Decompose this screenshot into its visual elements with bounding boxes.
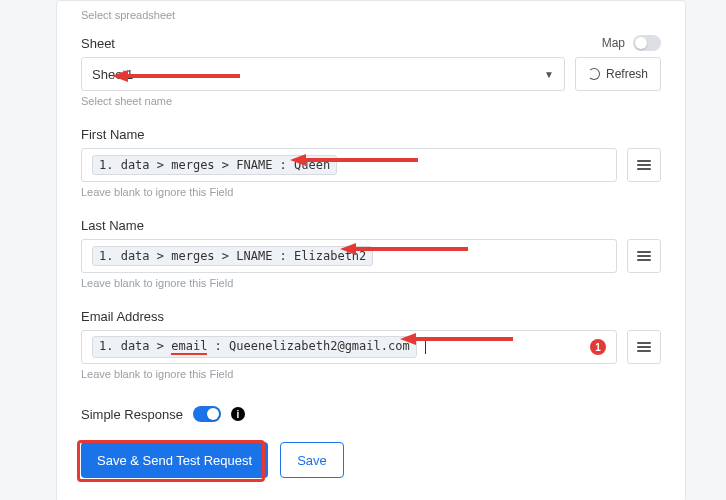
text-cursor — [425, 340, 426, 354]
simple-response-label: Simple Response — [81, 407, 183, 422]
menu-icon — [637, 342, 651, 352]
last-name-label: Last Name — [81, 218, 661, 233]
email-field[interactable]: 1. data > email : Queenelizabeth2@gmail.… — [81, 330, 617, 364]
sheet-label: Sheet — [81, 36, 115, 51]
first-name-tag: 1. data > merges > FNAME : Queen — [92, 155, 337, 175]
refresh-label: Refresh — [606, 67, 648, 81]
first-name-row: 1. data > merges > FNAME : Queen — [81, 148, 661, 182]
email-tag: 1. data > email : Queenelizabeth2@gmail.… — [92, 336, 417, 358]
map-toggle-group: Map — [602, 35, 661, 51]
last-name-field[interactable]: 1. data > merges > LNAME : Elizabeth2 — [81, 239, 617, 273]
spreadsheet-helper: Select spreadsheet — [81, 9, 661, 21]
menu-icon — [637, 160, 651, 170]
email-menu-button[interactable] — [627, 330, 661, 364]
map-label: Map — [602, 36, 625, 50]
email-row: 1. data > email : Queenelizabeth2@gmail.… — [81, 330, 661, 364]
first-name-helper: Leave blank to ignore this Field — [81, 186, 661, 198]
sheet-select-value: Sheet1 — [92, 67, 133, 82]
menu-icon — [637, 251, 651, 261]
last-name-row: 1. data > merges > LNAME : Elizabeth2 — [81, 239, 661, 273]
sheet-helper: Select sheet name — [81, 95, 661, 107]
refresh-button[interactable]: Refresh — [575, 57, 661, 91]
form-panel: Select spreadsheet Sheet Map Sheet1 ▼ Re… — [56, 0, 686, 500]
email-error-badge: 1 — [590, 339, 606, 355]
first-name-field[interactable]: 1. data > merges > FNAME : Queen — [81, 148, 617, 182]
button-row: Save & Send Test Request Save — [81, 442, 661, 478]
info-icon[interactable]: i — [231, 407, 245, 421]
last-name-helper: Leave blank to ignore this Field — [81, 277, 661, 289]
save-send-test-button[interactable]: Save & Send Test Request — [81, 442, 268, 478]
email-label: Email Address — [81, 309, 661, 324]
sheet-label-row: Sheet Map — [81, 35, 661, 51]
first-name-label: First Name — [81, 127, 661, 142]
sheet-select[interactable]: Sheet1 ▼ — [81, 57, 565, 91]
refresh-icon — [588, 68, 600, 80]
simple-response-toggle[interactable] — [193, 406, 221, 422]
chevron-down-icon: ▼ — [544, 69, 554, 80]
simple-response-row: Simple Response i — [81, 406, 661, 422]
map-toggle[interactable] — [633, 35, 661, 51]
last-name-tag: 1. data > merges > LNAME : Elizabeth2 — [92, 246, 373, 266]
email-helper: Leave blank to ignore this Field — [81, 368, 661, 380]
sheet-select-row: Sheet1 ▼ Refresh — [81, 57, 661, 91]
save-button[interactable]: Save — [280, 442, 344, 478]
first-name-menu-button[interactable] — [627, 148, 661, 182]
last-name-menu-button[interactable] — [627, 239, 661, 273]
